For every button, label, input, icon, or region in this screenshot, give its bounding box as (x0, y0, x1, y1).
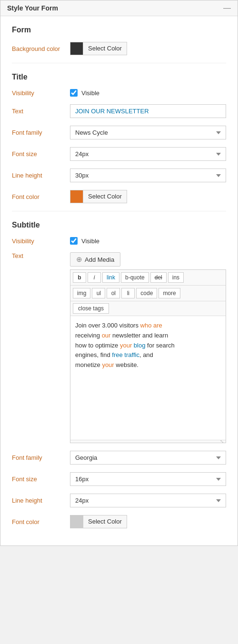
editor-text-line2: receiving our newsletter and learn (75, 332, 168, 339)
background-color-swatch (70, 42, 83, 55)
editor-link-button[interactable]: link (102, 272, 119, 283)
subtitle-visibility-text: Visible (81, 238, 99, 245)
title-select-color-button[interactable]: Select Color (83, 190, 127, 203)
editor-bold-button[interactable]: b (73, 272, 86, 283)
editor-li-button[interactable]: li (121, 288, 135, 298)
add-media-icon: ⊕ (76, 255, 82, 264)
subtitle-line-height-row: Line height 16px 20px 24px 28px 30px 36p… (12, 494, 226, 507)
title-line-height-row: Line height 16px 20px 24px 28px 30px 36p… (12, 168, 226, 182)
add-media-label: Add Media (85, 256, 114, 263)
title-font-size-label: Font size (12, 150, 64, 158)
subtitle-visibility-row: Visibility Visible (12, 237, 226, 245)
subtitle-section-title: Subtitle (12, 221, 226, 229)
subtitle-font-family-control: News Cycle Georgia Arial Times New Roman… (70, 451, 226, 465)
subtitle-visibility-control: Visible (70, 237, 226, 245)
title-visibility-row: Visibility Visible (12, 89, 226, 97)
editor-italic-button[interactable]: i (88, 272, 101, 283)
content-area: Form Background color Select Color Title… (0, 16, 238, 545)
title-font-size-control: 12px 14px 16px 18px 20px 24px 28px 32px (70, 147, 226, 161)
title-visibility-text: Visible (81, 89, 99, 97)
title-font-family-control: News Cycle Georgia Arial Times New Roman… (70, 126, 226, 139)
subtitle-line-height-select[interactable]: 16px 20px 24px 28px 30px 36px (70, 494, 226, 507)
subtitle-text-control: ⊕ Add Media b i link b-quote del ins img (70, 252, 226, 443)
editor-container: b i link b-quote del ins img ul ol li co… (70, 269, 226, 443)
title-font-size-select[interactable]: 12px 14px 16px 18px 20px 24px 28px 32px (70, 147, 226, 161)
editor-toolbar-row2: img ul ol li code more (70, 286, 226, 301)
subtitle-font-family-select[interactable]: News Cycle Georgia Arial Times New Roman… (70, 451, 226, 465)
editor-text-line3: how to optimize your blog for search (75, 342, 175, 349)
editor-resize-handle[interactable]: ⤡ (70, 440, 226, 443)
editor-close-tags-button[interactable]: close tags (73, 303, 109, 314)
subtitle-visibility-checkbox-row: Visible (70, 237, 226, 245)
subtitle-visibility-checkbox[interactable] (70, 237, 78, 245)
subtitle-line-height-label: Line height (12, 497, 64, 504)
title-line-height-select[interactable]: 16px 20px 24px 28px 30px 36px (70, 168, 226, 182)
editor-text-line1: Join over 3.000 visitors who are (75, 322, 162, 329)
subtitle-font-color-row: Font color Select Color (12, 515, 226, 528)
subtitle-font-size-control: 12px 14px 16px 18px 20px 24px (70, 472, 226, 486)
subtitle-text-label: Text (12, 252, 64, 259)
title-visibility-checkbox-row: Visible (70, 89, 226, 97)
title-visibility-label: Visibility (12, 89, 64, 97)
form-section-title: Form (12, 26, 226, 34)
title-visibility-control: Visible (70, 89, 226, 97)
title-section-title: Title (12, 73, 226, 81)
editor-text-line5: monetize your website. (75, 361, 139, 368)
background-color-control: Select Color (70, 42, 226, 55)
subtitle-font-size-select[interactable]: 12px 14px 16px 18px 20px 24px (70, 472, 226, 486)
title-font-color-row: Font color Select Color (12, 190, 226, 203)
title-divider (12, 211, 226, 211)
subtitle-visibility-label: Visibility (12, 238, 64, 245)
editor-ol-button[interactable]: ol (107, 288, 120, 298)
title-text-input[interactable] (70, 104, 226, 118)
editor-toolbar-row1: b i link b-quote del ins (70, 270, 226, 286)
editor-code-button[interactable]: code (136, 288, 157, 298)
background-color-row: Background color Select Color (12, 42, 226, 55)
title-font-size-row: Font size 12px 14px 16px 18px 20px 24px … (12, 147, 226, 161)
background-color-picker[interactable]: Select Color (70, 42, 226, 55)
title-font-family-row: Font family News Cycle Georgia Arial Tim… (12, 126, 226, 139)
subtitle-font-family-row: Font family News Cycle Georgia Arial Tim… (12, 451, 226, 465)
background-select-color-button[interactable]: Select Color (83, 42, 127, 55)
editor-text-line4: engines, find free traffic, and (75, 351, 153, 358)
title-line-height-label: Line height (12, 172, 64, 179)
editor-img-button[interactable]: img (73, 288, 90, 298)
editor-bquote-button[interactable]: b-quote (121, 272, 149, 283)
editor-toolbar-row3: close tags (70, 301, 226, 316)
title-font-family-select[interactable]: News Cycle Georgia Arial Times New Roman… (70, 126, 226, 139)
subtitle-font-color-label: Font color (12, 518, 64, 525)
title-bar: Style Your Form — (0, 0, 238, 16)
background-color-label: Background color (12, 45, 64, 52)
title-line-height-control: 16px 20px 24px 28px 30px 36px (70, 168, 226, 182)
title-text-control (70, 104, 226, 118)
title-text-row: Text (12, 104, 226, 118)
subtitle-text-row: Text ⊕ Add Media b i link b-quote del (12, 252, 226, 443)
style-form-window: Style Your Form — Form Background color … (0, 0, 238, 546)
subtitle-font-color-control: Select Color (70, 515, 226, 528)
title-text-label: Text (12, 108, 64, 115)
subtitle-font-family-label: Font family (12, 454, 64, 461)
form-divider (12, 63, 226, 63)
editor-ul-button[interactable]: ul (92, 288, 105, 298)
resize-icon: ⤡ (220, 439, 224, 444)
editor-content[interactable]: Join over 3.000 visitors who are receivi… (70, 316, 226, 440)
editor-del-button[interactable]: del (150, 272, 167, 283)
title-font-color-swatch (70, 190, 83, 203)
subtitle-font-color-picker[interactable]: Select Color (70, 515, 226, 528)
window-title: Style Your Form (7, 4, 58, 12)
add-media-button[interactable]: ⊕ Add Media (70, 252, 120, 267)
title-font-color-control: Select Color (70, 190, 226, 203)
subtitle-font-size-label: Font size (12, 476, 64, 483)
title-font-color-picker[interactable]: Select Color (70, 190, 226, 203)
close-button[interactable]: — (223, 4, 231, 12)
editor-ins-button[interactable]: ins (168, 272, 184, 283)
title-font-color-label: Font color (12, 193, 64, 200)
title-font-family-label: Font family (12, 129, 64, 136)
title-visibility-checkbox[interactable] (70, 89, 78, 97)
editor-more-button[interactable]: more (159, 288, 180, 298)
subtitle-font-color-swatch (70, 515, 83, 528)
subtitle-font-size-row: Font size 12px 14px 16px 18px 20px 24px (12, 472, 226, 486)
editor-toolbar-top: ⊕ Add Media (70, 252, 226, 267)
subtitle-line-height-control: 16px 20px 24px 28px 30px 36px (70, 494, 226, 507)
subtitle-select-color-button[interactable]: Select Color (83, 515, 127, 528)
